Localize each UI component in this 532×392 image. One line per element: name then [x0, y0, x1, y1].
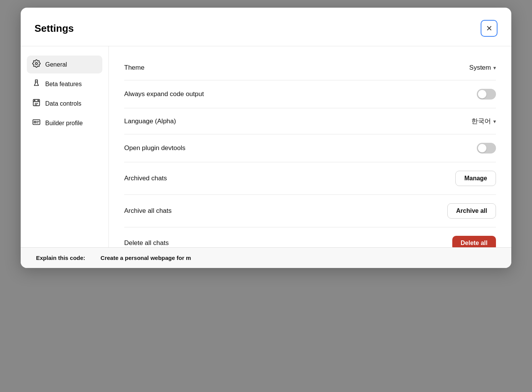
id-card-icon — [32, 118, 41, 128]
modal-title: Settings — [34, 23, 74, 34]
chevron-down-icon-lang: ▾ — [493, 118, 496, 124]
setting-theme: Theme System ▾ — [124, 56, 496, 80]
bottom-suggestion-1[interactable]: Explain this code: — [36, 255, 85, 261]
theme-value: System — [469, 64, 491, 72]
svg-point-7 — [38, 100, 39, 101]
sidebar: General Beta features — [21, 46, 109, 268]
sidebar-label-beta: Beta features — [45, 81, 82, 88]
flask-icon — [32, 79, 41, 89]
sidebar-label-data: Data controls — [45, 100, 81, 107]
sidebar-label-general: General — [45, 61, 67, 68]
toggle-slider — [477, 89, 496, 100]
toggle-slider-plugin — [477, 143, 496, 154]
close-button[interactable]: ✕ — [481, 20, 498, 37]
expand-code-control — [477, 89, 496, 100]
bottom-bar: Explain this code: Create a personal web… — [21, 247, 511, 268]
language-value: 한국어 — [471, 117, 491, 126]
settings-modal: Settings ✕ General — [21, 8, 511, 268]
modal-body: General Beta features — [21, 46, 511, 268]
archive-all-button[interactable]: Archive all — [447, 203, 496, 219]
manage-button[interactable]: Manage — [455, 171, 496, 186]
modal-header: Settings ✕ — [21, 8, 511, 46]
delete-all-label: Delete all chats — [124, 239, 169, 247]
language-dropdown[interactable]: 한국어 ▾ — [471, 117, 496, 126]
svg-point-9 — [34, 121, 36, 123]
archive-all-label: Archive all chats — [124, 207, 172, 215]
expand-code-label: Always expand code output — [124, 90, 204, 98]
chevron-down-icon: ▾ — [493, 65, 496, 71]
data-icon — [32, 98, 41, 109]
svg-point-4 — [34, 100, 35, 101]
setting-archive-all: Archive all chats Archive all — [124, 195, 496, 227]
modal-overlay: Settings ✕ General — [0, 0, 532, 392]
theme-label: Theme — [124, 64, 144, 72]
theme-dropdown[interactable]: System ▾ — [469, 64, 496, 72]
plugin-devtools-label: Open plugin devtools — [124, 144, 186, 152]
expand-code-toggle[interactable] — [477, 89, 496, 100]
language-label: Language (Alpha) — [124, 118, 176, 125]
bottom-suggestion-2[interactable]: Create a personal webpage for m — [100, 255, 191, 261]
setting-plugin-devtools: Open plugin devtools — [124, 134, 496, 162]
setting-language: Language (Alpha) 한국어 ▾ — [124, 108, 496, 134]
sidebar-label-builder: Builder profile — [45, 120, 83, 127]
svg-point-0 — [35, 62, 38, 65]
sidebar-item-builder[interactable]: Builder profile — [27, 114, 102, 132]
sidebar-item-beta[interactable]: Beta features — [27, 75, 102, 93]
sidebar-item-data[interactable]: Data controls — [27, 95, 102, 113]
setting-expand-code: Always expand code output — [124, 80, 496, 108]
archive-all-control: Archive all — [447, 203, 496, 219]
archived-chats-label: Archived chats — [124, 175, 167, 182]
plugin-devtools-toggle[interactable] — [477, 143, 496, 154]
plugin-devtools-control — [477, 143, 496, 154]
settings-content: Theme System ▾ Always expand code output — [109, 46, 511, 268]
gear-icon — [32, 59, 41, 70]
setting-archived-chats: Archived chats Manage — [124, 162, 496, 195]
archived-chats-control: Manage — [455, 171, 496, 186]
sidebar-item-general[interactable]: General — [27, 56, 102, 74]
